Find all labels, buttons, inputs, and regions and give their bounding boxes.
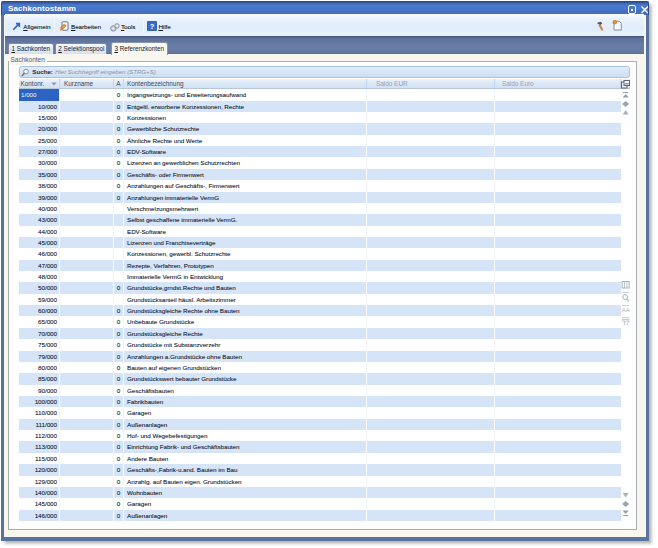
svg-text:?: ? [150,22,155,31]
svg-text:AA: AA [621,307,629,313]
